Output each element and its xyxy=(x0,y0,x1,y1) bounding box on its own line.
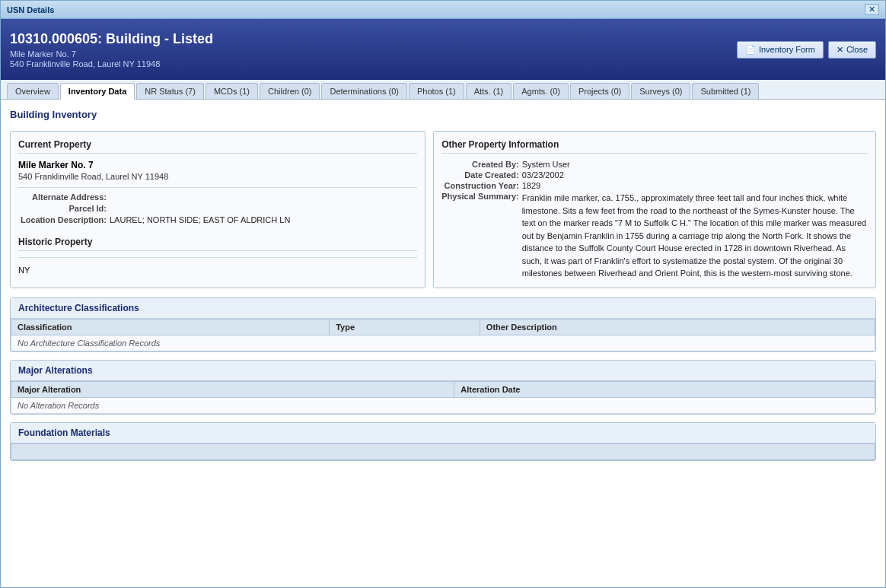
record-subtitle: Mile Marker No. 7 xyxy=(10,49,213,59)
divider-1 xyxy=(18,187,417,188)
location-description-value: LAUREL; NORTH SIDE; EAST OF ALDRICH LN xyxy=(110,215,417,224)
tab-children[interactable]: Children (0) xyxy=(260,83,320,99)
historic-property-heading: Historic Property xyxy=(18,237,417,251)
current-property-panel: Current Property Mile Marker No. 7 540 F… xyxy=(10,131,425,288)
tab-submitted[interactable]: Submitted (1) xyxy=(692,83,759,99)
header: 10310.000605: Building - Listed Mile Mar… xyxy=(1,19,885,80)
tab-inventory-data[interactable]: Inventory Data xyxy=(60,83,135,100)
alterations-no-records-row: No Alteration Records xyxy=(11,397,875,413)
historic-property-value: NY xyxy=(18,262,417,278)
current-property-heading: Current Property xyxy=(18,139,417,154)
physical-summary-label: Physical Summary: xyxy=(441,192,519,201)
other-property-panel: Other Property Information Created By: S… xyxy=(433,131,876,288)
physical-summary-value: Franklin mile marker, ca. 1755., approxi… xyxy=(522,192,868,280)
alternate-address-row: Alternate Address: xyxy=(18,192,417,202)
foundation-materials-title: Foundation Materials xyxy=(11,423,875,443)
tab-determinations[interactable]: Determinations (0) xyxy=(321,83,406,99)
col-classification: Classification xyxy=(11,319,330,335)
parcel-id-label: Parcel Id: xyxy=(18,204,110,213)
col-other-description: Other Description xyxy=(480,319,875,335)
title-bar: USN Details ✕ xyxy=(1,1,885,19)
other-property-grid: Created By: System User Date Created: 03… xyxy=(441,160,868,280)
architecture-no-records-row: No Architecture Classification Records xyxy=(11,335,875,351)
building-inventory-title: Building Inventory xyxy=(10,109,876,123)
alternate-address-label: Alternate Address: xyxy=(18,192,110,202)
major-alterations-title: Major Alterations xyxy=(11,361,875,381)
construction-year-value: 1829 xyxy=(522,181,868,190)
col-major-alteration: Major Alteration xyxy=(11,381,454,397)
parcel-id-row: Parcel Id: xyxy=(18,204,417,213)
property-address: 540 Franklinville Road, Laurel NY 11948 xyxy=(18,172,417,181)
document-icon: 📄 xyxy=(745,45,756,55)
architecture-classifications-panel: Architecture Classifications Classificat… xyxy=(10,297,876,352)
foundation-materials-table xyxy=(11,443,875,460)
created-by-value: System User xyxy=(522,160,868,169)
record-address: 540 Franklinville Road, Laurel NY 11948 xyxy=(10,59,213,68)
tabs-bar: Overview Inventory Data NR Status (7) MC… xyxy=(1,80,885,100)
record-title: 10310.000605: Building - Listed xyxy=(10,31,213,47)
tab-projects[interactable]: Projects (0) xyxy=(570,83,629,99)
window-close-button[interactable]: ✕ xyxy=(865,4,879,15)
parcel-id-value xyxy=(110,204,417,213)
col-alteration-date: Alteration Date xyxy=(454,381,875,397)
tab-agmts[interactable]: Agmts. (0) xyxy=(513,83,569,99)
tab-surveys[interactable]: Surveys (0) xyxy=(631,83,690,99)
col-type: Type xyxy=(330,319,480,335)
close-x-icon: ✕ xyxy=(837,45,843,55)
property-name: Mile Marker No. 7 xyxy=(18,160,417,170)
location-description-label: Location Description: xyxy=(18,215,110,224)
close-button[interactable]: ✕ Close xyxy=(828,41,876,59)
date-created-label: Date Created: xyxy=(441,170,519,180)
location-description-row: Location Description: LAUREL; NORTH SIDE… xyxy=(18,215,417,224)
construction-year-label: Construction Year: xyxy=(441,181,519,190)
architecture-classifications-table: Classification Type Other Description No… xyxy=(11,319,875,351)
alternate-address-value xyxy=(110,192,417,202)
header-buttons: 📄 Inventory Form ✕ Close xyxy=(737,41,876,59)
top-section: Current Property Mile Marker No. 7 540 F… xyxy=(10,131,876,288)
divider-2 xyxy=(18,257,417,258)
created-by-label: Created By: xyxy=(441,160,519,169)
major-alterations-panel: Major Alterations Major Alteration Alter… xyxy=(10,360,876,415)
architecture-no-records: No Architecture Classification Records xyxy=(11,335,875,351)
architecture-classifications-title: Architecture Classifications xyxy=(11,298,875,319)
main-window: USN Details ✕ 10310.000605: Building - L… xyxy=(0,0,886,588)
col-foundation-placeholder xyxy=(11,443,875,459)
tab-overview[interactable]: Overview xyxy=(7,83,59,99)
tab-nr-status[interactable]: NR Status (7) xyxy=(136,83,204,99)
alterations-no-records: No Alteration Records xyxy=(11,397,875,413)
tab-photos[interactable]: Photos (1) xyxy=(409,83,464,99)
tab-atts[interactable]: Atts. (1) xyxy=(466,83,512,99)
foundation-materials-panel: Foundation Materials xyxy=(10,422,876,461)
content-area: Building Inventory Current Property Mile… xyxy=(1,100,885,587)
date-created-value: 03/23/2002 xyxy=(522,170,868,180)
inventory-form-button[interactable]: 📄 Inventory Form xyxy=(737,41,824,59)
tab-mcds[interactable]: MCDs (1) xyxy=(206,83,258,99)
major-alterations-table: Major Alteration Alteration Date No Alte… xyxy=(11,381,875,414)
window-title: USN Details xyxy=(7,5,54,14)
other-property-heading: Other Property Information xyxy=(441,139,868,154)
header-left: 10310.000605: Building - Listed Mile Mar… xyxy=(10,31,213,68)
